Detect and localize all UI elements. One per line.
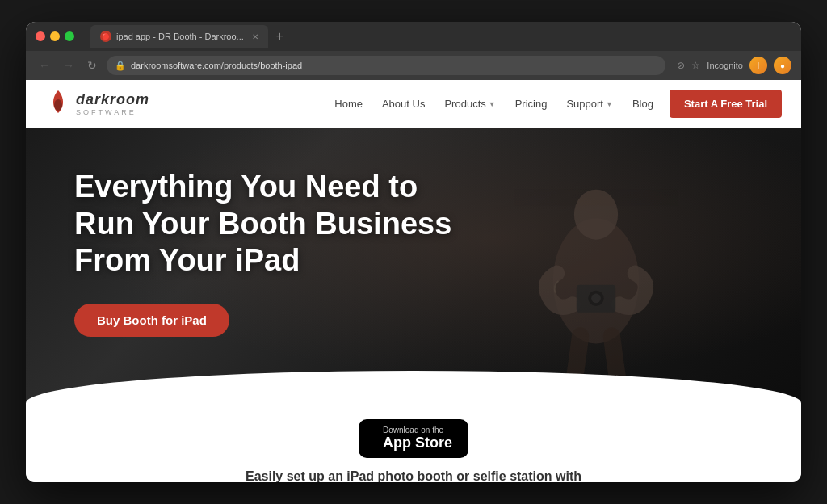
app-store-small-text: Download on the — [383, 426, 452, 435]
start-trial-button[interactable]: Start A Free Trial — [670, 90, 782, 118]
logo-brand: darkroom — [76, 91, 149, 108]
address-actions: ⊘ ☆ — [677, 60, 700, 71]
logo-software: SOFTWARE — [76, 108, 149, 116]
refresh-button[interactable]: ↻ — [84, 57, 100, 74]
tab-title: ipad app - DR Booth - Darkroo... — [116, 32, 244, 41]
minimize-dot[interactable] — [50, 32, 60, 41]
app-store-large-text: App Store — [383, 435, 452, 452]
svg-point-0 — [54, 99, 62, 111]
nav-pricing[interactable]: Pricing — [515, 98, 548, 110]
url-bar[interactable]: 🔒 darkroomsoftware.com/products/booth-ip… — [107, 56, 665, 75]
hero-content: Everything You Need to Run Your Booth Bu… — [26, 128, 527, 377]
title-bar: 🔴 ipad app - DR Booth - Darkroo... ✕ + — [26, 22, 801, 51]
logo-text: darkroom SOFTWARE — [76, 91, 149, 116]
account-avatar[interactable]: ● — [774, 57, 791, 74]
address-bar: ← → ↻ 🔒 darkroomsoftware.com/products/bo… — [26, 51, 801, 80]
profile-label: Incognito — [707, 61, 743, 70]
hero-section: Everything You Need to Run Your Booth Bu… — [26, 128, 801, 403]
hero-title: Everything You Need to Run Your Booth Bu… — [74, 169, 478, 279]
favicon: 🔴 — [100, 31, 111, 42]
close-dot[interactable] — [36, 32, 45, 41]
logo-icon — [45, 88, 71, 120]
nav-links: Home About Us Products ▼ Pricing Support… — [334, 98, 653, 110]
nav-support[interactable]: Support ▼ — [566, 98, 612, 110]
tab-area: 🔴 ipad app - DR Booth - Darkroo... ✕ + — [90, 25, 288, 48]
products-dropdown-icon: ▼ — [489, 100, 496, 108]
url-text: darkroomsoftware.com/products/booth-ipad — [131, 61, 302, 70]
maximize-dot[interactable] — [65, 32, 74, 41]
buy-booth-button[interactable]: Buy Booth for iPad — [74, 304, 229, 337]
browser-tab[interactable]: 🔴 ipad app - DR Booth - Darkroo... ✕ — [90, 25, 268, 48]
camera-off-icon: ⊘ — [677, 60, 685, 71]
tab-close-icon[interactable]: ✕ — [252, 32, 258, 41]
lock-icon: 🔒 — [115, 61, 126, 71]
app-store-text: Download on the App Store — [383, 426, 452, 452]
below-hero-text: Easily set up an iPad photo booth or sel… — [246, 469, 581, 482]
photographer-image — [507, 156, 685, 403]
website-content: darkroom SOFTWARE Home About Us Products… — [26, 80, 801, 482]
svg-point-5 — [591, 294, 601, 304]
nav-home[interactable]: Home — [334, 98, 363, 110]
nav-about[interactable]: About Us — [382, 98, 425, 110]
bookmark-icon[interactable]: ☆ — [691, 60, 700, 71]
forward-button[interactable]: → — [60, 57, 78, 74]
svg-point-2 — [574, 190, 618, 240]
logo-area[interactable]: darkroom SOFTWARE — [45, 88, 149, 120]
nav-blog[interactable]: Blog — [632, 98, 653, 110]
traffic-lights — [36, 32, 74, 41]
profile-avatar[interactable]: I — [749, 57, 767, 74]
below-hero-section: Download on the App Store Easily set up … — [26, 403, 801, 482]
support-dropdown-icon: ▼ — [606, 100, 613, 108]
back-button[interactable]: ← — [36, 57, 53, 74]
nav-products[interactable]: Products ▼ — [444, 98, 495, 110]
app-store-button[interactable]: Download on the App Store — [359, 419, 468, 458]
browser-window: 🔴 ipad app - DR Booth - Darkroo... ✕ + ←… — [26, 22, 801, 482]
site-nav: darkroom SOFTWARE Home About Us Products… — [26, 80, 801, 128]
new-tab-icon[interactable]: + — [271, 29, 288, 44]
